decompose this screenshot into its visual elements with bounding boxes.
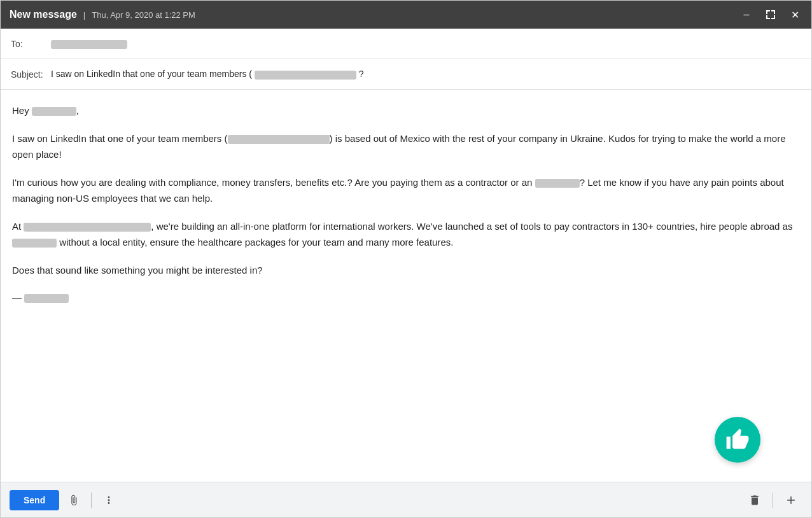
header-actions: – ✕ [739, 7, 802, 22]
delete-button[interactable] [743, 491, 766, 509]
subject-value: I saw on LinkedIn that one of your team … [51, 69, 801, 79]
compose-body[interactable]: Hey , I saw on LinkedIn that one of your… [1, 90, 811, 482]
close-button[interactable]: ✕ [787, 7, 802, 22]
body-paragraph-2: I'm curious how you are dealing with com… [12, 174, 800, 207]
footer-right [743, 491, 802, 509]
compose-header: New message | Thu, Apr 9, 2020 at 1:22 P… [1, 1, 811, 29]
subject-label: Subject: [11, 69, 46, 80]
minimize-button[interactable]: – [739, 7, 754, 22]
header-left: New message | Thu, Apr 9, 2020 at 1:22 P… [10, 9, 195, 20]
team-member-redacted [228, 135, 330, 144]
to-email-redacted [51, 40, 127, 49]
greeting-paragraph: Hey , [12, 102, 800, 119]
thumbs-up-icon [725, 428, 750, 452]
subject-name-redacted [255, 71, 356, 80]
company-name-redacted [24, 223, 151, 232]
footer-separator-2 [773, 493, 773, 508]
body-paragraph-4: Does that sound like something you might… [12, 262, 800, 279]
contractor-type-redacted [535, 179, 580, 188]
thumbs-up-button[interactable] [715, 417, 760, 463]
subject-field-row: Subject: I saw on LinkedIn that one of y… [1, 59, 811, 90]
to-value [51, 38, 801, 48]
signature-redacted [24, 294, 69, 303]
add-icon [785, 494, 797, 507]
add-button[interactable] [780, 491, 802, 509]
subject-prefix: I saw on LinkedIn that one of your team … [51, 69, 252, 79]
body-paragraph-1: I saw on LinkedIn that one of your team … [12, 130, 800, 163]
expand-button[interactable] [763, 7, 778, 22]
attach-icon [68, 494, 80, 506]
footer-separator-1 [91, 493, 92, 508]
compose-footer: Send [1, 482, 811, 517]
footer-left: Send [10, 490, 120, 510]
attach-button[interactable] [63, 492, 85, 508]
hire-type-redacted [12, 239, 57, 248]
compose-date-separator: | [83, 10, 85, 20]
subject-suffix: ? [359, 69, 364, 79]
to-label: To: [11, 39, 46, 49]
delete-icon [748, 494, 761, 507]
more-options-button[interactable] [98, 492, 120, 508]
signature-paragraph: — [12, 290, 800, 306]
compose-title: New message [10, 9, 77, 20]
compose-window: New message | Thu, Apr 9, 2020 at 1:22 P… [0, 0, 812, 518]
compose-date: Thu, Apr 9, 2020 at 1:22 PM [92, 10, 195, 20]
send-button[interactable]: Send [10, 490, 59, 510]
recipient-name-redacted [32, 107, 76, 116]
more-options-icon [103, 494, 115, 506]
body-paragraph-3: At , we're building an all-in-one platfo… [12, 218, 800, 251]
to-field-row: To: [1, 29, 811, 59]
